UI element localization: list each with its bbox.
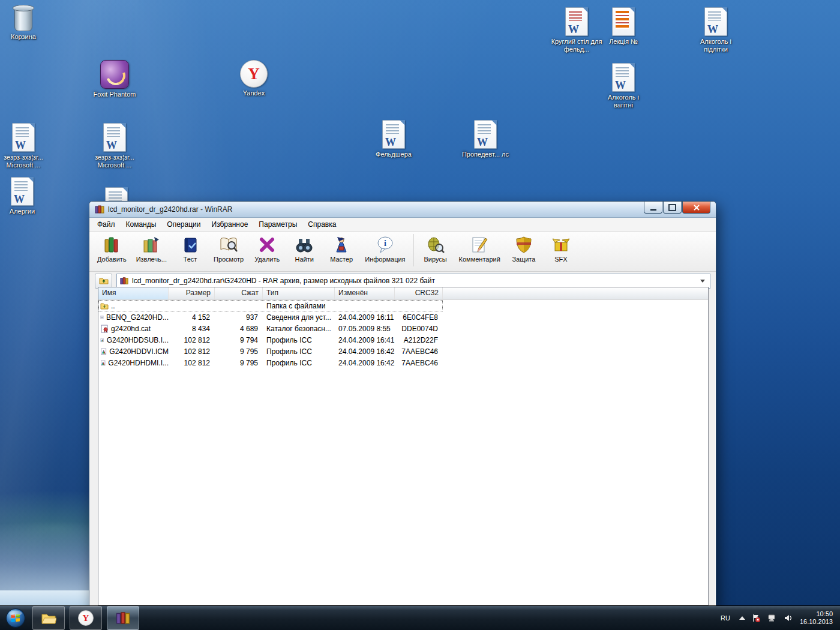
file-row[interactable]: G2420HDHDMI.I... 102 812 9 795 Профиль I…: [98, 357, 443, 368]
cell-size: 102 812: [169, 336, 215, 344]
toolbar-comment-button[interactable]: Комментарий: [455, 233, 505, 264]
language-indicator[interactable]: RU: [718, 612, 733, 624]
toolbar-extract-button[interactable]: Извлечь...: [132, 233, 171, 264]
desktop-icon-alkohol-pidlitky[interactable]: Алкоголь і підлітки: [690, 7, 742, 53]
menu-help[interactable]: Справка: [302, 218, 341, 230]
column-size[interactable]: Размер: [169, 287, 215, 299]
toolbar-label: Извлечь...: [136, 256, 167, 263]
word-doc-icon: [474, 120, 497, 149]
column-crc32[interactable]: CRC32: [395, 287, 443, 299]
cell-size: 4 152: [169, 313, 215, 322]
file-name: G2420HDDSUB.I...: [107, 336, 169, 344]
menu-favorites[interactable]: Избранное: [206, 218, 254, 230]
explorer-folder-icon: [41, 610, 56, 626]
toolbar-protect-button[interactable]: Защита: [506, 233, 542, 264]
taskbar-explorer-button[interactable]: [32, 606, 65, 630]
toolbar-test-button[interactable]: Тест: [172, 233, 208, 264]
cell-name: G2420HDDVI.ICM: [98, 347, 169, 356]
hidden-icons-arrow[interactable]: [739, 616, 745, 620]
file-name: G2420HDHDMI.I...: [108, 359, 169, 367]
column-name[interactable]: Имя: [98, 287, 169, 299]
folder-up-icon: [100, 302, 109, 310]
desktop-icon-label: Алкоголь і підлітки: [690, 38, 742, 53]
address-dropdown-button[interactable]: [698, 274, 707, 288]
network-icon[interactable]: [767, 613, 778, 623]
chevron-down-icon: [700, 280, 705, 283]
start-button[interactable]: [4, 606, 28, 630]
file-row[interactable]: G2420HDDVI.ICM 102 812 9 795 Профиль ICC…: [98, 346, 443, 357]
file-row[interactable]: G2420HDDSUB.I... 102 812 9 794 Профиль I…: [98, 334, 443, 346]
desktop-icon-label: Yandex: [230, 89, 278, 97]
toolbar-sfx-button[interactable]: SFX: [543, 233, 579, 264]
column-header: Имя Размер Сжат Тип Изменён CRC32: [98, 287, 708, 300]
recycle-bin-icon: [14, 5, 33, 31]
clock[interactable]: 10:50 16.10.2013: [800, 610, 833, 626]
address-bar[interactable]: lcd_monitor_dr_g2420hd.rar\G2420HD - RAR…: [116, 274, 710, 289]
menu-operations[interactable]: Операции: [161, 218, 206, 230]
file-row[interactable]: g2420hd.cat 8 434 4 689 Каталог безопасн…: [98, 323, 443, 334]
column-type[interactable]: Тип: [263, 287, 335, 299]
find-icon: [295, 235, 314, 254]
view-icon: [219, 235, 238, 254]
desktop-icon-doc-1[interactable]: зезрз-зхз¦зг... Microsoft ...: [0, 123, 47, 169]
toolbar-delete-button[interactable]: Удалить: [249, 233, 285, 264]
file-row[interactable]: .. Папка с файлами: [98, 300, 443, 311]
close-button[interactable]: [682, 202, 710, 214]
toolbar-label: Мастер: [330, 256, 353, 263]
menu-commands[interactable]: Команды: [121, 218, 162, 230]
desktop-icon-alergii[interactable]: Алергии: [0, 177, 44, 215]
up-one-level-button[interactable]: [95, 274, 112, 289]
toolbar-wizard-button[interactable]: Мастер: [323, 233, 359, 264]
action-center-icon[interactable]: [751, 613, 761, 623]
toolbar-virus-button[interactable]: Вирусы: [418, 233, 454, 264]
close-icon: [694, 205, 700, 211]
column-packed[interactable]: Сжат: [215, 287, 263, 299]
desktop-icon-propedevt[interactable]: Пропедевт... лс: [460, 120, 511, 158]
taskbar-winrar-button[interactable]: [107, 606, 139, 630]
cell-size: 102 812: [169, 359, 215, 367]
add-icon: [102, 235, 121, 254]
file-rows: .. Папка с файлами BENQ_G2420HD... 4 152…: [98, 300, 708, 368]
delete-icon: [257, 235, 277, 254]
cell-type: Профиль ICC: [263, 347, 335, 356]
column-header-filler: [443, 287, 708, 299]
cell-name: g2420hd.cat: [98, 325, 169, 333]
toolbar-add-button[interactable]: Добавить: [93, 233, 131, 264]
cell-crc: A212D22F: [395, 336, 443, 344]
maximize-button[interactable]: [663, 202, 682, 214]
doc-lines: [478, 124, 491, 134]
minimize-button[interactable]: [644, 202, 662, 214]
desktop-icon-kruglyi-stil[interactable]: Круглий стіл для фельд...: [551, 7, 602, 53]
desktop-icon-doc-2[interactable]: зезрз-зхз¦зг... Microsoft ...: [91, 123, 138, 169]
desktop-icon-label: Лекція №: [599, 38, 648, 46]
protect-icon: [514, 235, 533, 254]
menu-file[interactable]: Файл: [92, 218, 121, 230]
cell-modified: 07.05.2009 8:55: [335, 325, 395, 333]
winrar-archive-icon: [120, 277, 128, 285]
toolbar-view-button[interactable]: Просмотр: [209, 233, 248, 264]
volume-icon[interactable]: [784, 613, 794, 623]
doc-lines: [616, 11, 629, 29]
desktop-icon-label: зезрз-зхз¦зг... Microsoft ...: [0, 154, 47, 169]
word-doc-icon: [612, 63, 635, 92]
menu-options[interactable]: Параметры: [253, 218, 302, 230]
taskbar-yandex-button[interactable]: [70, 606, 102, 630]
desktop-icon-lekcia[interactable]: Лекція №: [599, 7, 648, 46]
file-list: Имя Размер Сжат Тип Изменён CRC32 .. Пап…: [98, 287, 709, 605]
desktop-icon-label: Foxit Phantom: [91, 91, 139, 98]
cell-name: ..: [98, 302, 169, 310]
desktop-icon-recycle-bin[interactable]: Корзина: [1, 5, 46, 41]
word-doc-icon: [11, 177, 34, 206]
title-bar[interactable]: lcd_monitor_dr_g2420hd.rar - WinRAR: [89, 202, 716, 218]
desktop-icon-yandex[interactable]: Yandex: [230, 60, 278, 97]
file-row[interactable]: BENQ_G2420HD... 4 152 937 Сведения для у…: [98, 311, 443, 323]
desktop-icon-alkohol-vagitni[interactable]: Алкоголь і вагітні: [599, 63, 648, 109]
folder-up-icon: [99, 276, 109, 286]
doc-lines: [616, 67, 629, 77]
toolbar-info-button[interactable]: i Информация: [361, 233, 409, 264]
column-modified[interactable]: Изменён: [335, 287, 395, 299]
desktop-icon-foxit[interactable]: Foxit Phantom: [91, 60, 139, 98]
toolbar-find-button[interactable]: Найти: [286, 233, 322, 264]
desktop-icon-feldshera[interactable]: Фельдшера: [368, 120, 419, 158]
cell-crc: 7AAEBC46: [395, 359, 443, 367]
